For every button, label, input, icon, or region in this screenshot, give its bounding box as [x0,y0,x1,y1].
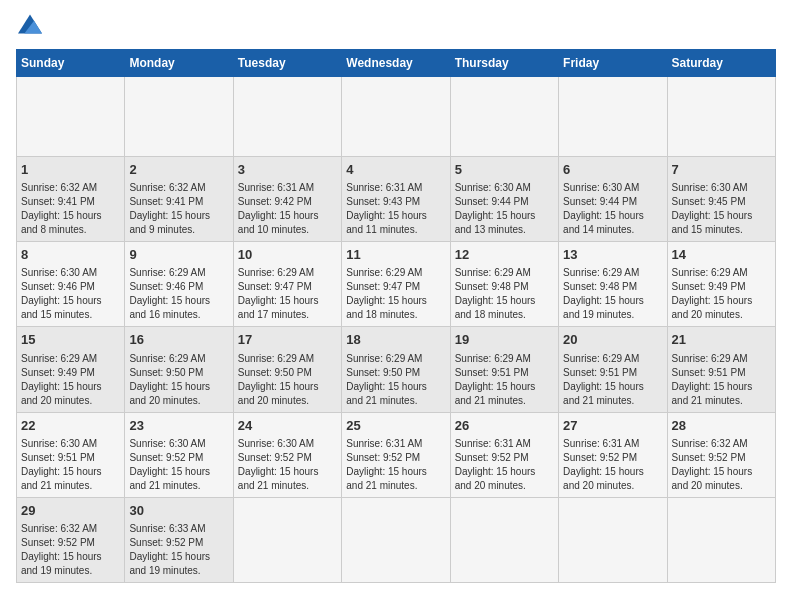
sunrise-text: Sunrise: 6:32 AM [21,523,97,534]
day-header-monday: Monday [125,50,233,77]
daylight-text: Daylight: 15 hours and 19 minutes. [563,295,644,320]
logo-icon [18,14,42,34]
day-number: 25 [346,417,445,435]
sunset-text: Sunset: 9:47 PM [238,281,312,292]
day-number: 6 [563,161,662,179]
sunset-text: Sunset: 9:50 PM [129,367,203,378]
day-number: 12 [455,246,554,264]
sunset-text: Sunset: 9:50 PM [238,367,312,378]
calendar-cell [342,77,450,157]
sunrise-text: Sunrise: 6:31 AM [455,438,531,449]
calendar-cell: 14Sunrise: 6:29 AMSunset: 9:49 PMDayligh… [667,242,775,327]
sunrise-text: Sunrise: 6:29 AM [129,353,205,364]
daylight-text: Daylight: 15 hours and 21 minutes. [455,381,536,406]
day-number: 23 [129,417,228,435]
day-number: 5 [455,161,554,179]
daylight-text: Daylight: 15 hours and 21 minutes. [563,381,644,406]
calendar-cell: 30Sunrise: 6:33 AMSunset: 9:52 PMDayligh… [125,497,233,582]
daylight-text: Daylight: 15 hours and 17 minutes. [238,295,319,320]
calendar-cell: 17Sunrise: 6:29 AMSunset: 9:50 PMDayligh… [233,327,341,412]
day-number: 18 [346,331,445,349]
day-number: 21 [672,331,771,349]
sunset-text: Sunset: 9:51 PM [455,367,529,378]
day-header-thursday: Thursday [450,50,558,77]
sunrise-text: Sunrise: 6:31 AM [563,438,639,449]
sunrise-text: Sunrise: 6:32 AM [672,438,748,449]
sunrise-text: Sunrise: 6:29 AM [672,267,748,278]
calendar-cell: 28Sunrise: 6:32 AMSunset: 9:52 PMDayligh… [667,412,775,497]
daylight-text: Daylight: 15 hours and 20 minutes. [129,381,210,406]
day-number: 24 [238,417,337,435]
calendar-cell: 7Sunrise: 6:30 AMSunset: 9:45 PMDaylight… [667,157,775,242]
sunset-text: Sunset: 9:52 PM [21,537,95,548]
daylight-text: Daylight: 15 hours and 15 minutes. [672,210,753,235]
page-header [16,16,776,41]
daylight-text: Daylight: 15 hours and 20 minutes. [238,381,319,406]
sunset-text: Sunset: 9:44 PM [455,196,529,207]
calendar-cell: 1Sunrise: 6:32 AMSunset: 9:41 PMDaylight… [17,157,125,242]
daylight-text: Daylight: 15 hours and 11 minutes. [346,210,427,235]
sunrise-text: Sunrise: 6:30 AM [21,438,97,449]
calendar-table: SundayMondayTuesdayWednesdayThursdayFrid… [16,49,776,583]
calendar-cell: 9Sunrise: 6:29 AMSunset: 9:46 PMDaylight… [125,242,233,327]
calendar-cell [233,77,341,157]
daylight-text: Daylight: 15 hours and 20 minutes. [455,466,536,491]
calendar-cell: 20Sunrise: 6:29 AMSunset: 9:51 PMDayligh… [559,327,667,412]
calendar-cell: 21Sunrise: 6:29 AMSunset: 9:51 PMDayligh… [667,327,775,412]
daylight-text: Daylight: 15 hours and 21 minutes. [21,466,102,491]
daylight-text: Daylight: 15 hours and 18 minutes. [455,295,536,320]
day-header-friday: Friday [559,50,667,77]
sunset-text: Sunset: 9:52 PM [129,537,203,548]
sunset-text: Sunset: 9:47 PM [346,281,420,292]
calendar-cell: 19Sunrise: 6:29 AMSunset: 9:51 PMDayligh… [450,327,558,412]
calendar-cell: 2Sunrise: 6:32 AMSunset: 9:41 PMDaylight… [125,157,233,242]
sunrise-text: Sunrise: 6:30 AM [238,438,314,449]
sunset-text: Sunset: 9:42 PM [238,196,312,207]
calendar-cell: 11Sunrise: 6:29 AMSunset: 9:47 PMDayligh… [342,242,450,327]
sunrise-text: Sunrise: 6:29 AM [563,353,639,364]
calendar-cell: 13Sunrise: 6:29 AMSunset: 9:48 PMDayligh… [559,242,667,327]
day-number: 30 [129,502,228,520]
sunset-text: Sunset: 9:52 PM [672,452,746,463]
sunrise-text: Sunrise: 6:31 AM [346,438,422,449]
calendar-week-row: 15Sunrise: 6:29 AMSunset: 9:49 PMDayligh… [17,327,776,412]
day-number: 27 [563,417,662,435]
calendar-week-row: 22Sunrise: 6:30 AMSunset: 9:51 PMDayligh… [17,412,776,497]
calendar-cell: 26Sunrise: 6:31 AMSunset: 9:52 PMDayligh… [450,412,558,497]
calendar-cell [17,77,125,157]
calendar-cell: 10Sunrise: 6:29 AMSunset: 9:47 PMDayligh… [233,242,341,327]
sunrise-text: Sunrise: 6:29 AM [346,267,422,278]
calendar-week-row: 29Sunrise: 6:32 AMSunset: 9:52 PMDayligh… [17,497,776,582]
daylight-text: Daylight: 15 hours and 20 minutes. [563,466,644,491]
sunrise-text: Sunrise: 6:32 AM [21,182,97,193]
sunrise-text: Sunrise: 6:32 AM [129,182,205,193]
calendar-cell: 12Sunrise: 6:29 AMSunset: 9:48 PMDayligh… [450,242,558,327]
daylight-text: Daylight: 15 hours and 8 minutes. [21,210,102,235]
day-number: 8 [21,246,120,264]
daylight-text: Daylight: 15 hours and 21 minutes. [129,466,210,491]
day-number: 1 [21,161,120,179]
day-number: 2 [129,161,228,179]
day-number: 3 [238,161,337,179]
sunset-text: Sunset: 9:41 PM [21,196,95,207]
sunrise-text: Sunrise: 6:29 AM [238,353,314,364]
calendar-cell: 15Sunrise: 6:29 AMSunset: 9:49 PMDayligh… [17,327,125,412]
sunset-text: Sunset: 9:41 PM [129,196,203,207]
sunset-text: Sunset: 9:51 PM [563,367,637,378]
calendar-cell [125,77,233,157]
sunrise-text: Sunrise: 6:30 AM [129,438,205,449]
daylight-text: Daylight: 15 hours and 20 minutes. [672,466,753,491]
day-number: 20 [563,331,662,349]
calendar-cell [559,497,667,582]
sunrise-text: Sunrise: 6:29 AM [455,353,531,364]
sunrise-text: Sunrise: 6:29 AM [346,353,422,364]
sunset-text: Sunset: 9:44 PM [563,196,637,207]
day-number: 15 [21,331,120,349]
calendar-cell: 18Sunrise: 6:29 AMSunset: 9:50 PMDayligh… [342,327,450,412]
day-header-tuesday: Tuesday [233,50,341,77]
sunrise-text: Sunrise: 6:30 AM [21,267,97,278]
sunset-text: Sunset: 9:49 PM [672,281,746,292]
sunrise-text: Sunrise: 6:30 AM [455,182,531,193]
calendar-cell [233,497,341,582]
daylight-text: Daylight: 15 hours and 21 minutes. [346,381,427,406]
